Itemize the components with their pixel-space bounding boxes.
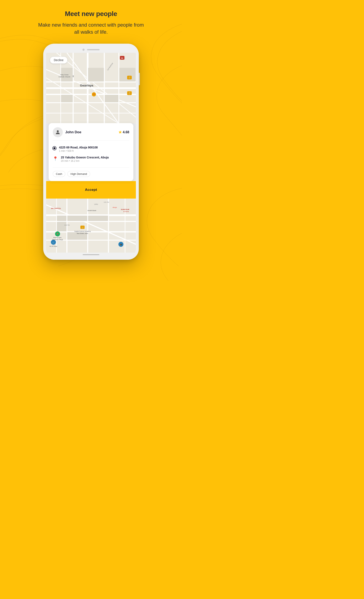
tags-row: Cash High Demand [53,171,129,177]
rating-value: 4.68 [123,130,129,134]
svg-text:Gwarinpa: Gwarinpa [80,84,93,87]
user-row: John Doe ★ 4.68 [53,127,129,141]
svg-text:🛏: 🛏 [121,57,123,59]
origin-address: 4225 69 Road, Abuja 900108 [59,146,98,149]
page-title: Meet new people [65,10,117,18]
destination-row: 📍 25 Yakubu Gowon Crescent, Abuja 20 min… [53,154,129,164]
avatar [53,127,63,137]
origin-circle [53,147,56,150]
svg-text:📍: 📍 [93,93,95,96]
svg-rect-18 [61,95,73,102]
svg-text:🛒: 🛒 [52,241,55,244]
phone-mockup: Gwarinpa Holy Cross Catholic Church ✝ 1s… [43,44,139,260]
svg-rect-17 [88,68,104,81]
user-name: John Doe [65,130,81,134]
svg-text:118 Rd: 118 Rd [64,224,69,226]
svg-text:Catholic Church: Catholic Church [59,76,70,78]
accept-btn-container: Accept [46,181,136,199]
user-icon [55,129,61,135]
destination-dot: 📍 [53,157,58,161]
destination-meta: 20 min • 16.2 km [61,159,109,162]
svg-text:✝: ✝ [72,75,74,78]
svg-text:Gwarinpa, Abuja: Gwarinpa, Abuja [52,239,63,241]
decline-button[interactable]: Decline [50,57,68,64]
home-bar [83,254,99,255]
svg-text:📍: 📍 [56,233,59,236]
origin-dot [53,147,56,150]
map-top: Gwarinpa Holy Cross Catholic Church ✝ 1s… [46,53,136,123]
svg-rect-20 [119,68,135,81]
svg-rect-48 [88,216,108,221]
svg-rect-46 [57,216,67,221]
star-icon: ★ [118,130,122,134]
svg-text:131 Rd: 131 Rd [104,201,109,203]
map-bottom: 📍 🍴 🛒 🎓 Fitness Gym, Gwarinpa, Abuja [46,199,136,253]
page-subtitle: Make new friends and connect with people… [37,21,145,35]
origin-text: 4225 69 Road, Abuja 900108 1 min • 500 f… [59,146,98,152]
svg-text:Bua Estate, Kado: Bua Estate, Kado [77,233,88,234]
map-bottom-svg: 📍 🍴 🛒 🎓 Fitness Gym, Gwarinpa, Abuja [46,199,136,253]
route-info: 4225 69 Road, Abuja 900108 1 min • 500 f… [53,144,129,167]
phone-top-bar [46,47,136,53]
origin-meta: 1 min • 500 ft [59,150,98,152]
user-info: John Doe [53,127,81,137]
destination-address: 25 Yakubu Gowon Crescent, Abuja [61,156,109,159]
tag-high-demand: High Demand [67,171,90,177]
svg-text:🎓: 🎓 [120,243,122,246]
phone-bottom-bar [46,253,136,257]
phone-speaker [87,49,100,50]
destination-pin-icon: 📍 [53,156,58,161]
svg-text:M.I.B Plaza: M.I.B Plaza [50,246,57,247]
svg-text:Holy Cross: Holy Cross [60,74,68,76]
svg-text:🍴: 🍴 [128,76,131,79]
svg-text:At Home: At Home [123,211,129,212]
svg-text:SUNCOUR: SUNCOUR [121,209,130,211]
svg-text:EN CAPITOL: EN CAPITOL [51,208,61,209]
rating-container: ★ 4.68 [118,130,129,134]
tag-cash: Cash [53,171,65,177]
svg-text:🍴: 🍴 [81,226,84,229]
destination-text: 25 Yakubu Gowon Crescent, Abuja 20 min •… [61,156,109,162]
phone-camera [82,49,85,51]
svg-rect-49 [57,222,67,231]
svg-rect-19 [105,95,118,102]
svg-text:Abuja: Abuja [113,206,117,208]
phone-frame: Gwarinpa Holy Cross Catholic Church ✝ 1s… [43,44,139,260]
svg-text:🍴: 🍴 [128,92,131,95]
ride-card: John Doe ★ 4.68 [49,123,133,181]
origin-row: 4225 69 Road, Abuja 900108 1 min • 500 f… [53,144,129,154]
content-wrapper: Meet new people Make new friends and con… [0,0,182,260]
svg-rect-47 [67,216,87,221]
phone-side-button [139,73,140,85]
svg-text:Capital Science Academy: Capital Science Academy [74,230,91,232]
svg-text:Fitness Gym,: Fitness Gym, [53,237,62,238]
accept-button[interactable]: Accept [50,185,132,195]
phone-screen: Gwarinpa Holy Cross Catholic Church ✝ 1s… [46,47,136,257]
svg-point-34 [57,130,59,132]
svg-text:13Rd: 13Rd [94,203,98,205]
svg-text:Zenith Bank: Zenith Bank [87,210,97,211]
